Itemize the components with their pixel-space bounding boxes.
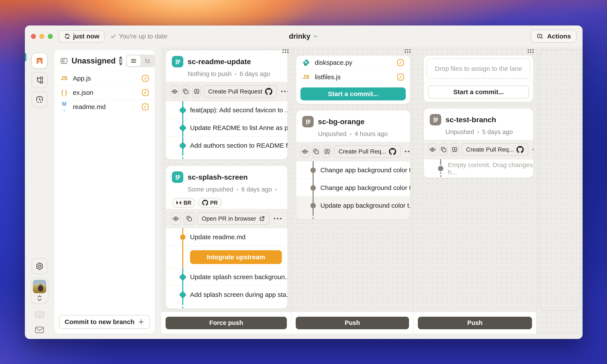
more-options-button[interactable] <box>404 149 410 154</box>
sync-button[interactable]: just now <box>59 30 105 42</box>
list-view-button[interactable] <box>127 55 140 66</box>
modified-badge-icon <box>141 88 150 97</box>
more-options-button[interactable] <box>280 89 288 94</box>
start-commit-button[interactable]: Start a commit... <box>428 86 529 98</box>
lane-drag-handle-icon[interactable] <box>283 49 289 53</box>
upstream-commit-row[interactable]: Update readme.md <box>166 228 288 246</box>
branch-header: sc-bg-orange Unpushed 4 hours ago <box>296 110 410 142</box>
titlebar: just now You're up to date drinky Action… <box>25 26 583 47</box>
commit-message: feat(app): Add second favicon to ... <box>190 106 288 114</box>
tab-history[interactable] <box>32 91 48 107</box>
copy-branch-name-button[interactable] <box>440 143 448 156</box>
profile-switcher[interactable] <box>31 278 48 304</box>
copy-branch-name-button[interactable] <box>312 145 320 158</box>
more-options-button[interactable] <box>531 147 534 152</box>
branch-badges: BR PR <box>172 198 288 208</box>
commit-row[interactable]: Update README to list Anne as pr... <box>166 119 288 136</box>
branch-name[interactable]: sc-bg-orange <box>318 117 364 126</box>
commit-rail-tail <box>296 214 410 219</box>
separator-dot <box>236 186 238 193</box>
copy-icon <box>312 148 320 155</box>
zoom-window-button[interactable] <box>48 34 53 39</box>
separator-dot <box>275 186 277 193</box>
add-review-button[interactable] <box>193 85 201 98</box>
file-row[interactable]: JS listfiles.js <box>296 70 410 84</box>
commit-row[interactable]: Update app background color t... <box>296 196 410 214</box>
project-selector[interactable]: drinky <box>289 32 318 40</box>
copy-icon <box>185 215 193 222</box>
commit-list: Change app background color t... Change … <box>296 161 410 219</box>
review-plus-icon <box>193 88 200 95</box>
badge-label: PR <box>210 200 218 206</box>
tab-workspace[interactable] <box>32 53 48 69</box>
open-pr-button[interactable]: Open PR in browser <box>197 212 270 225</box>
file-row[interactable]: JS App.js <box>54 71 155 85</box>
commit-message: Update app background color t... <box>320 202 410 209</box>
js-file-icon: JS <box>59 75 69 81</box>
branch-status: Unpushed <box>445 129 474 136</box>
branch-name[interactable]: sc-test-branch <box>445 116 496 124</box>
commit-node-icon <box>179 291 187 298</box>
assigned-files-card: diskspace.py JS listfiles.js Start a com… <box>296 55 410 104</box>
lane-1: sc-readme-update Nothing to push 6 days … <box>161 47 291 339</box>
force-push-button[interactable]: Force push <box>166 317 287 329</box>
add-review-button[interactable] <box>323 145 331 158</box>
tree-view-button[interactable] <box>140 55 154 66</box>
file-dropzone[interactable]: Drop files to assign to the lane <box>427 59 530 79</box>
file-name: listfiles.js <box>315 73 392 81</box>
branch-name[interactable]: sc-readme-update <box>188 57 251 66</box>
commit-message: Add splash screen during app sta... <box>190 291 288 298</box>
minimize-window-button[interactable] <box>39 34 44 39</box>
commit-row[interactable]: feat(app): Add second favicon to ... <box>166 101 288 119</box>
commit-row[interactable]: Update splash screen backgroun... <box>166 268 288 286</box>
commit-rail-tail <box>440 172 441 178</box>
copy-icon <box>440 146 447 153</box>
commit-row[interactable]: Change app background color t... <box>296 179 410 196</box>
start-commit-button[interactable]: Start a commit... <box>301 87 406 100</box>
commit-row[interactable]: Change app background color t... <box>296 161 410 179</box>
assign-changes-button[interactable] <box>171 85 179 98</box>
branch-icon <box>430 114 441 125</box>
commit-row[interactable]: Add splash screen during app sta... <box>166 286 288 303</box>
file-row[interactable]: M↓ readme.md <box>54 100 155 114</box>
lane-drag-handle-icon[interactable] <box>405 49 411 53</box>
commit-rail <box>440 159 441 165</box>
create-pr-button[interactable]: Create Pull Req... <box>462 143 528 156</box>
file-name: App.js <box>73 75 137 82</box>
push-button[interactable]: Push <box>296 317 409 329</box>
branch-toolbar: Create Pull Request <box>166 82 288 101</box>
butler-review-badge[interactable]: BR <box>172 198 195 208</box>
commit-to-new-branch-button[interactable]: Commit to new branch <box>59 315 150 329</box>
lane-drag-handle-icon[interactable] <box>528 49 534 53</box>
keyboard-shortcuts-button[interactable] <box>32 309 48 321</box>
copy-branch-name-button[interactable] <box>181 85 190 98</box>
assign-changes-button[interactable] <box>428 143 437 156</box>
add-review-button[interactable] <box>451 143 459 156</box>
integrate-upstream-button[interactable]: Integrate upstream <box>190 250 282 264</box>
feedback-button[interactable] <box>32 324 48 336</box>
push-button[interactable]: Push <box>418 317 532 329</box>
branch-card-sc-test-branch: sc-test-branch Unpushed 5 days ago <box>424 108 534 178</box>
copy-branch-name-button[interactable] <box>184 212 194 225</box>
pull-request-badge[interactable]: PR <box>198 198 222 208</box>
more-options-button[interactable] <box>273 216 283 221</box>
file-row[interactable]: { } ex.json <box>54 85 155 100</box>
create-pr-button[interactable]: Create Pull Request <box>204 85 277 98</box>
new-lane-dropzone[interactable] <box>537 47 583 339</box>
empty-commit-row[interactable]: Empty commit. Drag changes h... <box>424 159 533 178</box>
create-pr-button[interactable]: Create Pull Req... <box>334 145 401 158</box>
tab-branches[interactable] <box>32 72 48 88</box>
assign-changes-button[interactable] <box>301 145 309 158</box>
lane-2: diskspace.py JS listfiles.js Start a com… <box>291 47 414 339</box>
actions-button[interactable]: Actions <box>531 30 577 43</box>
settings-button[interactable] <box>32 258 48 274</box>
github-icon <box>265 88 272 95</box>
assign-changes-button[interactable] <box>171 212 181 225</box>
close-window-button[interactable] <box>31 34 36 39</box>
file-row[interactable]: diskspace.py <box>296 55 410 70</box>
commit-row[interactable]: Add authors section to README file <box>166 136 288 154</box>
sync-status-label: You're up to date <box>119 33 167 40</box>
start-commit-section: Start a commit... <box>296 84 410 104</box>
check-icon <box>110 33 116 39</box>
branch-name[interactable]: sc-splash-screen <box>188 173 248 181</box>
